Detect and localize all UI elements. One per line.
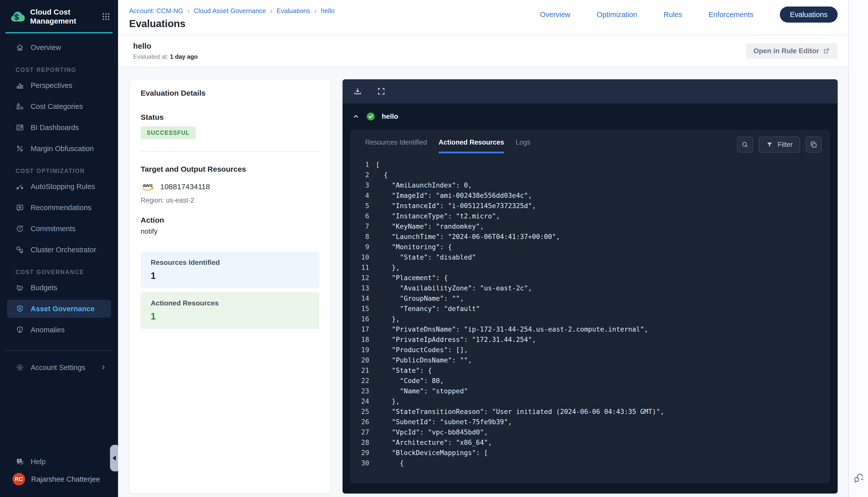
- line-text: {: [376, 170, 388, 180]
- code-line: 24 },: [358, 396, 825, 407]
- module-header: $ Cloud Cost Management: [5, 0, 113, 33]
- sidebar-item-budgets[interactable]: $ Budgets: [0, 277, 118, 298]
- sidebar-item-anomalies[interactable]: Anomalies: [0, 319, 118, 340]
- sidebar-item-label: Account Settings: [31, 364, 85, 372]
- sidebar-item-cluster-orchestrator[interactable]: Cluster Orchestrator: [0, 239, 118, 260]
- shapes-icon: [16, 102, 24, 111]
- line-text: "SubnetId": "subnet-75fe9b39",: [376, 417, 512, 427]
- sidebar-item-bi-dashboards[interactable]: BI Dashboards: [0, 117, 118, 138]
- code-line: 8 "LaunchTime": "2024-06-06T04:41:37+00:…: [358, 231, 825, 242]
- code-line: 21 "State": {: [358, 365, 825, 375]
- content-area: Evaluation Details Status SUCCESSFUL Tar…: [118, 67, 848, 497]
- code-line: 13 "AvailabilityZone": "us-east-2c",: [358, 283, 825, 293]
- sidebar-item-account-settings[interactable]: Account Settings: [0, 357, 118, 378]
- sidebar-item-label: BI Dashboards: [31, 124, 79, 132]
- sidebar-item-label: Commitments: [31, 225, 75, 233]
- tab-evaluations-active[interactable]: Evaluations: [780, 6, 838, 23]
- sidebar-collapse-handle[interactable]: [110, 445, 118, 471]
- line-text: "PrivateDnsName": "ip-172-31-44-254.us-e…: [376, 324, 648, 334]
- section-header-cost-governance: COST GOVERNANCE: [0, 269, 118, 275]
- aws-logo-icon: aws: [141, 182, 155, 191]
- sidebar-nav: Overview COST REPORTING Perspectives Cos…: [0, 37, 118, 340]
- action-label: Action: [141, 216, 320, 224]
- sidebar-item-recommendations[interactable]: Recommendations: [0, 197, 118, 218]
- section-header-cost-optimization: COST OPTIMIZATION: [0, 168, 118, 174]
- tab-overview[interactable]: Overview: [540, 11, 570, 19]
- sidebar-item-autostopping-rules[interactable]: AutoStopping Rules: [0, 176, 118, 197]
- line-text: "Placement": {: [376, 273, 448, 283]
- line-text: "Architecture": "x86_64",: [376, 437, 492, 448]
- copy-icon: [810, 141, 817, 148]
- sidebar-item-help[interactable]: ? Help: [0, 450, 118, 473]
- sidebar-item-label: Cost Categories: [31, 102, 83, 111]
- line-text: "InstanceType": "t2.micro",: [376, 211, 500, 221]
- code-line: 2 {: [358, 170, 825, 180]
- line-number: 1: [358, 159, 369, 170]
- avatar: RC: [13, 473, 25, 485]
- breadcrumb-governance[interactable]: Cloud Asset Governance: [194, 7, 266, 15]
- breadcrumb-account[interactable]: Account: CCM-NG: [129, 7, 183, 15]
- shield-dollar-icon: $: [16, 304, 24, 313]
- support-chat-icon[interactable]: [853, 472, 864, 484]
- sidebar-item-asset-governance[interactable]: $ Asset Governance: [7, 300, 111, 318]
- cloud-cost-logo-icon: $: [9, 9, 25, 24]
- code-line: 12 "Placement": {: [358, 273, 825, 283]
- shield-alert-icon: [16, 326, 24, 334]
- evaluation-details-card: Evaluation Details Status SUCCESSFUL Tar…: [130, 79, 331, 494]
- copy-button[interactable]: [806, 137, 822, 153]
- breadcrumb-evaluations[interactable]: Evaluations: [277, 7, 310, 15]
- evaluation-row[interactable]: hello: [350, 103, 830, 129]
- line-number: 20: [358, 355, 369, 365]
- download-icon[interactable]: [353, 87, 362, 96]
- line-text: "BlockDeviceMappings": [: [376, 448, 488, 458]
- tab-actioned-resources[interactable]: Actioned Resources: [438, 139, 504, 153]
- fullscreen-icon[interactable]: [377, 87, 386, 96]
- code-line: 29 "BlockDeviceMappings": [: [358, 448, 825, 458]
- sidebar-item-perspectives[interactable]: Perspectives: [0, 75, 118, 96]
- filter-button[interactable]: Filter: [758, 137, 800, 153]
- actioned-resources-stat: Actioned Resources 1: [141, 292, 320, 329]
- line-text: [: [376, 159, 380, 170]
- sidebar-item-commitments[interactable]: Commitments: [0, 218, 118, 239]
- line-number: 14: [358, 293, 369, 303]
- tab-resources-identified[interactable]: Resources Identified: [365, 139, 427, 153]
- breadcrumb-current[interactable]: hello: [321, 7, 335, 15]
- tab-enforcements[interactable]: Enforcements: [709, 11, 754, 19]
- line-number: 4: [358, 190, 369, 201]
- sidebar: $ Cloud Cost Management: [0, 0, 118, 497]
- module-switcher-grid-icon[interactable]: [101, 12, 111, 21]
- line-number: 3: [358, 180, 369, 190]
- percent-icon: [16, 144, 24, 153]
- gear-icon: [16, 363, 24, 372]
- code-line: 18 "PrivateIpAddress": "172.31.44.254",: [358, 334, 825, 345]
- target-account-row: aws 108817434118: [141, 182, 320, 191]
- line-number: 5: [358, 201, 369, 211]
- line-text: "Tenancy": "default": [376, 303, 480, 314]
- sidebar-item-cost-categories[interactable]: Cost Categories: [0, 96, 118, 117]
- chevron-up-icon[interactable]: [352, 113, 360, 120]
- tab-logs[interactable]: Logs: [516, 139, 530, 153]
- open-in-rule-editor-button[interactable]: Open in Rule Editor: [746, 43, 838, 59]
- evaluated-at: Evaluated at: 1 day ago: [133, 53, 198, 60]
- line-number: 21: [358, 365, 369, 375]
- line-number: 18: [358, 334, 369, 345]
- dashboard-icon: [16, 123, 24, 132]
- code-line: 26 "SubnetId": "subnet-75fe9b39",: [358, 417, 825, 427]
- code-line: 1 [: [358, 159, 825, 170]
- line-text: "LaunchTime": "2024-06-06T04:41:37+00:00…: [376, 231, 560, 242]
- panel-body: hello Resources Identified Actioned Reso…: [342, 103, 838, 494]
- tab-optimization[interactable]: Optimization: [597, 11, 637, 19]
- line-number: 16: [358, 314, 369, 324]
- status-label: Status: [141, 113, 320, 122]
- breadcrumb: Account: CCM-NG › Cloud Asset Governance…: [129, 6, 335, 15]
- user-profile[interactable]: RC Rajarshee Chatterjee: [0, 473, 118, 497]
- sidebar-item-margin-obfuscation[interactable]: Margin Obfuscation: [0, 138, 118, 159]
- line-number: 10: [358, 252, 369, 262]
- tab-rules[interactable]: Rules: [663, 11, 682, 19]
- sidebar-item-overview[interactable]: Overview: [0, 37, 118, 58]
- code-editor[interactable]: 1 [ 2 { 3: [350, 153, 830, 483]
- code-line: 17 "PrivateDnsName": "ip-172-31-44-254.u…: [358, 324, 825, 334]
- search-button[interactable]: [737, 137, 753, 153]
- line-text: "VpcId": "vpc-bb845bd0",: [376, 427, 488, 437]
- evaluation-row-name: hello: [382, 112, 398, 120]
